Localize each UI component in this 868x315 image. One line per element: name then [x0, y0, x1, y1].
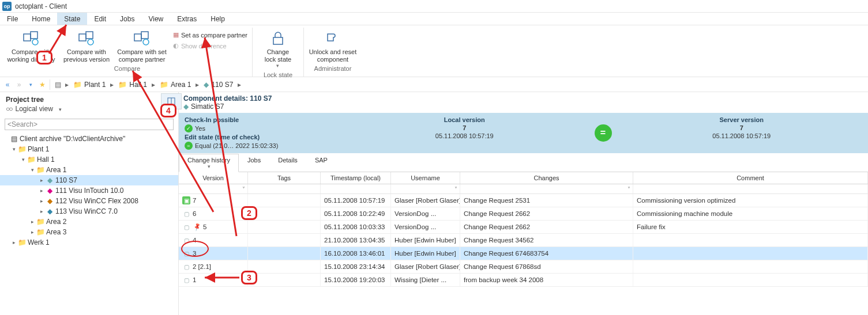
change-lock-state-button[interactable]: Change lock state ▾ [255, 28, 301, 70]
filter-version[interactable]: ˅ [179, 184, 248, 193]
menu-help[interactable]: Help [204, 13, 232, 25]
tab-jobs[interactable]: Jobs [239, 154, 269, 172]
server-version: 7 [621, 124, 863, 131]
version-number: 6 [193, 210, 196, 217]
details-header: Component details: 110 S7 ◆Simatic S7 [179, 92, 868, 113]
crumb-area1[interactable]: 📁Area 1 [157, 81, 193, 89]
svg-rect-9 [273, 37, 283, 44]
col-username[interactable]: Username [391, 172, 460, 184]
tree-112[interactable]: ▸◆112 Visu WinCC Flex 2008 [0, 196, 178, 206]
panel-toggle-button[interactable] [161, 93, 182, 109]
tree-113[interactable]: ▸◆113 Visu WinCC 7.0 [0, 206, 178, 217]
menu-view[interactable]: View [141, 13, 170, 25]
version-number: 7 [193, 197, 196, 204]
svg-rect-0 [24, 34, 31, 41]
home-icon[interactable]: ▤ [52, 79, 63, 90]
compare-set-partner-button[interactable]: Compare with set compare partner [115, 28, 168, 64]
col-tags[interactable]: Tags [248, 172, 321, 184]
tree-root[interactable]: ▤Client archive "D:\vdClientArchive" [0, 134, 178, 144]
version-number: 4 [193, 237, 196, 244]
folder-icon: 📁 [118, 81, 127, 89]
col-timestamp[interactable]: Timestamp (local) [321, 172, 391, 184]
tree-hall1[interactable]: ▾📁Hall 1 [0, 154, 178, 165]
tree-werk1[interactable]: ▸📁Werk 1 [0, 237, 178, 248]
component-icon: ◆ [183, 103, 189, 111]
cell-username: Glaser [Robert Glaser] [391, 260, 460, 273]
table-row[interactable]: ▢115.10.2008 19:20:03Wissing [Dieter ...… [179, 274, 868, 287]
menu-extras[interactable]: Extras [170, 13, 204, 25]
table-row[interactable]: ▢605.11.2008 10:22:49VersionDog ...Chang… [179, 207, 868, 221]
nav-fwd-button[interactable]: » [14, 79, 24, 90]
filter-comment[interactable] [633, 184, 868, 193]
tree-area2[interactable]: ▸📁Area 2 [0, 217, 178, 227]
tree-110s7[interactable]: ▸◆110 S7 [0, 175, 178, 185]
tree-111[interactable]: ▸◆111 Visu InTouch 10.0 [0, 185, 178, 196]
menu-state[interactable]: State [57, 13, 87, 25]
local-timestamp: 05.11.2008 10:57:19 [344, 132, 585, 139]
col-changes[interactable]: Changes [460, 172, 633, 184]
label: Compare with previous version [63, 48, 110, 63]
table-row[interactable]: ▢316.10.2008 13:46:01Huber [Edwin Huber]… [179, 247, 868, 260]
label: Show difference [181, 43, 227, 50]
version-current-icon: ▣ [182, 196, 190, 204]
col-version[interactable]: Version [179, 172, 248, 184]
menu-home[interactable]: Home [25, 13, 57, 25]
view-switch[interactable]: ○○ Logical view [0, 105, 178, 116]
checkmark-icon: ✓ [185, 124, 193, 132]
tab-change-history[interactable]: Change history▾ [179, 154, 239, 172]
crumb-hall1[interactable]: 📁Hall 1 [116, 81, 149, 89]
cell-username: VersionDog ... [391, 207, 460, 220]
cell-timestamp: 05.11.2008 10:57:19 [321, 194, 391, 207]
view-icon: ○○ [6, 105, 12, 113]
table-row[interactable]: ▢421.10.2008 13:04:35Huber [Edwin Huber]… [179, 234, 868, 247]
menu-file[interactable]: File [0, 13, 25, 25]
cell-comment [633, 247, 868, 260]
chevron-down-icon: ▾ [187, 164, 230, 169]
filter-changes[interactable]: ˅ [460, 184, 633, 193]
compare-previous-version-button[interactable]: Compare with previous version [60, 28, 113, 64]
table-row[interactable]: ▢📌505.11.2008 10:03:33VersionDog ...Chan… [179, 221, 868, 234]
cell-changes: Change Request 2662 [460, 207, 633, 220]
cell-changes: Change Request 2662 [460, 221, 633, 233]
cell-changes: from backup week 34 2008 [460, 274, 633, 286]
crumb-110s7[interactable]: ◆110 S7 [201, 81, 235, 89]
project-tree-title: Project tree [0, 92, 178, 105]
ribbon-group-compare: Compare with working directory Compare w… [2, 28, 253, 77]
search-input[interactable]: <Search> [5, 119, 174, 130]
favorite-icon[interactable]: ★ [37, 79, 47, 90]
tree-area3[interactable]: ▸📁Area 3 [0, 227, 178, 237]
menu-edit[interactable]: Edit [87, 13, 113, 25]
col-comment[interactable]: Comment [633, 172, 868, 184]
svg-rect-1 [31, 32, 37, 39]
lock-icon [269, 29, 287, 47]
tab-sap[interactable]: SAP [306, 154, 336, 172]
titlebar: op octoplant - Client [0, 0, 868, 13]
folder-icon: 📁 [27, 155, 36, 164]
cell-comment: Commissioning version optimized [633, 194, 868, 207]
nav-back-button[interactable]: « [2, 79, 13, 90]
chevron-down-icon [57, 105, 62, 113]
version-number: 2 [2.1] [193, 263, 211, 270]
filter-ts[interactable] [321, 184, 391, 193]
version-icon: ▢ [182, 210, 190, 218]
crumb-plant1[interactable]: 📁Plant 1 [71, 81, 108, 89]
compare-working-dir-button[interactable]: Compare with working directory [5, 28, 58, 64]
component-icon: ◆ [45, 207, 54, 215]
tree-plant1[interactable]: ▾📁Plant 1 [0, 144, 178, 154]
filter-user[interactable]: ˅ [391, 184, 460, 193]
collapse-handle[interactable]: ❮ [179, 288, 180, 296]
set-compare-partner-button[interactable]: ▦ Set as compare partner [171, 30, 250, 40]
menu-jobs[interactable]: Jobs [113, 13, 141, 25]
svg-point-8 [143, 39, 149, 45]
server-label: Server version [621, 116, 863, 123]
tab-details[interactable]: Details [269, 154, 306, 172]
unlock-reset-button[interactable]: Unlock and reset component [306, 28, 359, 64]
table-row[interactable]: ▣705.11.2008 10:57:19Glaser [Robert Glas… [179, 194, 868, 207]
cell-changes: Change Request 674683754 [460, 247, 633, 260]
table-row[interactable]: ▢2 [2.1]15.10.2008 23:14:34Glaser [Rober… [179, 260, 868, 274]
tree-area1[interactable]: ▾📁Area 1 [0, 165, 178, 175]
filter-tags[interactable] [248, 184, 321, 193]
nav-history-button[interactable]: ▾ [25, 79, 36, 90]
label: Unlock and reset component [309, 48, 357, 63]
version-icon: ▢ [182, 249, 190, 257]
